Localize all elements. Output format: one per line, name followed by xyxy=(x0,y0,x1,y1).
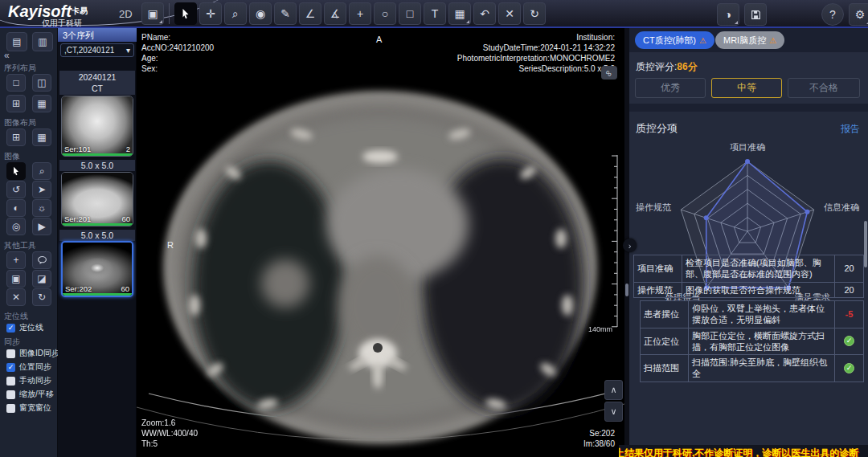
brightness-button[interactable]: ☼ xyxy=(32,199,51,217)
img-layout-2x2-button[interactable]: ⊞ xyxy=(6,129,26,146)
tab-ct-qc[interactable]: CT质控(肺部) ⚠ xyxy=(635,31,714,49)
age-line: Age: xyxy=(141,53,214,63)
cursor-icon xyxy=(11,166,21,176)
zoom-in-button[interactable]: ⌕ xyxy=(224,2,247,25)
help-button[interactable]: ? xyxy=(821,3,844,26)
settings-button[interactable]: ⚙ xyxy=(849,3,868,26)
row-name: 患者摆位 xyxy=(641,301,689,328)
delete-annotation-button[interactable]: ✕ xyxy=(498,2,521,25)
sync-position-checkbox[interactable] xyxy=(6,363,15,372)
toggle-report-panel-button[interactable]: ▥ xyxy=(32,32,53,51)
scale-ruler xyxy=(609,155,620,332)
measure-length-button[interactable]: ✎ xyxy=(274,2,297,25)
ruler-length-label: 140mm xyxy=(555,325,612,333)
image-scrollbar-thumb[interactable] xyxy=(625,284,628,296)
image-layout-button[interactable]: ▦ xyxy=(448,2,471,25)
window-level-button[interactable]: ◉ xyxy=(249,2,272,25)
pname-line: PName: xyxy=(141,32,214,43)
grade-excellent-button[interactable]: 优秀 xyxy=(635,78,706,98)
probe-button[interactable]: + xyxy=(349,2,371,25)
left-sidebar: ▤ ▥ « 序列布局 □ ◫ ⊞ ▦ 图像布局 ⊞ ▦ 图像 ⌕ ↺ ➤ ◐ ☼… xyxy=(0,28,58,457)
row-name: 正位定位 xyxy=(641,328,689,355)
sync-windowing-checkbox[interactable] xyxy=(6,404,15,413)
scroll-up-button[interactable]: ∧ xyxy=(604,380,623,400)
study-dropdown[interactable]: ,CT,20240121 ▾ xyxy=(60,43,134,57)
collapse-button[interactable]: « xyxy=(4,50,10,61)
tab-mri-qc[interactable]: MRI脑质控 ⚠ xyxy=(715,31,784,49)
measure-angle-button[interactable]: ∠ xyxy=(299,2,321,25)
localizer-checkbox[interactable] xyxy=(6,324,15,333)
toolbar-right-group: ? ⚙ xyxy=(821,3,868,26)
series-thumbnail-202[interactable]: Ser:20260 xyxy=(61,241,133,297)
series-thumbnail-101[interactable]: Ser:1012 xyxy=(61,96,133,157)
text-annotation-button[interactable]: T xyxy=(424,2,446,25)
sidebar-magnifier-button[interactable]: ⌕ xyxy=(32,162,51,180)
img-layout-3x3-button[interactable]: ▦ xyxy=(32,129,51,146)
sync-imageid-checkbox[interactable] xyxy=(6,349,15,358)
brand-cn-text: 卡易 xyxy=(72,6,88,15)
panel-collapse-handle[interactable]: › xyxy=(623,239,637,252)
link-series-button[interactable]: ∞ xyxy=(601,66,617,80)
cobb-angle-icon: ∡ xyxy=(330,8,341,19)
invert-image-button[interactable]: ◐ xyxy=(6,199,26,217)
magnifier-icon: ⌕ xyxy=(39,166,45,176)
crosshair-button[interactable]: + xyxy=(6,251,26,269)
sidebar-cursor-button[interactable] xyxy=(6,162,26,180)
comment-button[interactable] xyxy=(32,251,51,269)
localizer-checkbox-row[interactable]: 定位线 xyxy=(6,322,43,333)
layout-1x2-button[interactable]: ◫ xyxy=(32,74,51,92)
play-button[interactable]: ▶ xyxy=(32,218,51,235)
img-layout-3x3-icon: ▦ xyxy=(37,133,46,142)
studydatetime-line: StudyDateTime:2024-01-21 14:32:22 xyxy=(457,43,615,53)
invert-display-button[interactable]: ◑ xyxy=(717,3,739,26)
table-row: 扫描范围 扫描范围:肺尖至肺底，胸壁组织包全 ✓ xyxy=(641,355,864,382)
image-section-label: 图像 xyxy=(4,151,20,162)
sync-windowing-row[interactable]: 窗宽窗位 xyxy=(6,402,51,414)
gear-icon: ⚙ xyxy=(855,9,866,20)
qc-score-table: 项目准确 检查项目是否准确(项目如脑部、胸部、腹部是否在标准的范围内容) 20 … xyxy=(633,255,864,298)
cine-forward-icon: ➤ xyxy=(38,185,46,194)
cursor-button[interactable] xyxy=(174,2,197,25)
sync-imageid-row[interactable]: 图像ID同步 xyxy=(6,348,59,359)
image-viewport[interactable]: PName: AccNO:2401210200 Age: Sex: Instit… xyxy=(137,28,624,457)
disclaimer-text: 上结果仅用于科研,不作诊断证明，诊断以医生出具的诊断 xyxy=(619,447,858,457)
undo-button[interactable]: ↶ xyxy=(473,2,496,25)
rect-roi-button[interactable]: □ xyxy=(399,2,421,25)
layout-2x2-button[interactable]: ⊞ xyxy=(6,95,26,112)
sync-position-row[interactable]: 位置同步 xyxy=(6,361,51,373)
sync-manual-row[interactable]: 手动同步 xyxy=(6,375,51,386)
pan-button[interactable]: ✛ xyxy=(199,2,222,25)
grade-medium-button[interactable]: 中等 xyxy=(711,78,782,98)
grade-fail-button[interactable]: 不合格 xyxy=(788,78,860,98)
reset-button[interactable]: ↻ xyxy=(523,2,546,25)
penalty-score: -5 xyxy=(835,301,864,328)
text-icon: T xyxy=(432,8,439,19)
sync-zoompan-checkbox[interactable] xyxy=(6,390,15,399)
row-name: 扫描范围 xyxy=(641,355,689,382)
series-thumbnail-201[interactable]: Ser:20160 xyxy=(61,172,133,226)
save-button[interactable] xyxy=(744,3,767,26)
toggle-series-panel-button[interactable]: ▤ xyxy=(6,32,27,51)
cobb-angle-button[interactable]: ∡ xyxy=(324,2,346,25)
layout-2d-button[interactable]: ▣ xyxy=(141,2,164,25)
sidebar-delete-button[interactable]: ✕ xyxy=(6,288,26,306)
layout-3x3-button[interactable]: ▦ xyxy=(32,95,51,112)
cine-forward-button[interactable]: ➤ xyxy=(32,181,51,198)
panel-scrollbar-thumb[interactable] xyxy=(864,221,867,267)
flip-rotate-button[interactable]: ↺ xyxy=(6,181,26,198)
roi-zoom-button[interactable]: ▣ xyxy=(6,270,26,288)
layout-1x1-button[interactable]: □ xyxy=(6,74,26,92)
report-panel-icon: ▥ xyxy=(38,37,47,47)
eraser-button[interactable]: ◪ xyxy=(32,270,51,288)
layout-2x2-icon: ⊞ xyxy=(12,99,20,108)
series-number: Ser:202 xyxy=(65,284,92,293)
series-number: Ser:101 xyxy=(64,145,91,153)
sync-manual-checkbox[interactable] xyxy=(6,377,15,386)
group-date: 20240121 xyxy=(59,71,135,83)
scroll-down-button[interactable]: ∨ xyxy=(604,402,623,422)
sync-zoompan-row[interactable]: 缩放/平移 xyxy=(6,389,54,400)
ellipse-roi-button[interactable]: ○ xyxy=(374,2,396,25)
target-button[interactable]: ◎ xyxy=(6,218,26,235)
rotate-reset-button[interactable]: ↻ xyxy=(32,288,51,306)
row-desc: 仰卧位，双臂上举抱头，患者体位摆放合适，无明显偏斜 xyxy=(689,301,835,328)
